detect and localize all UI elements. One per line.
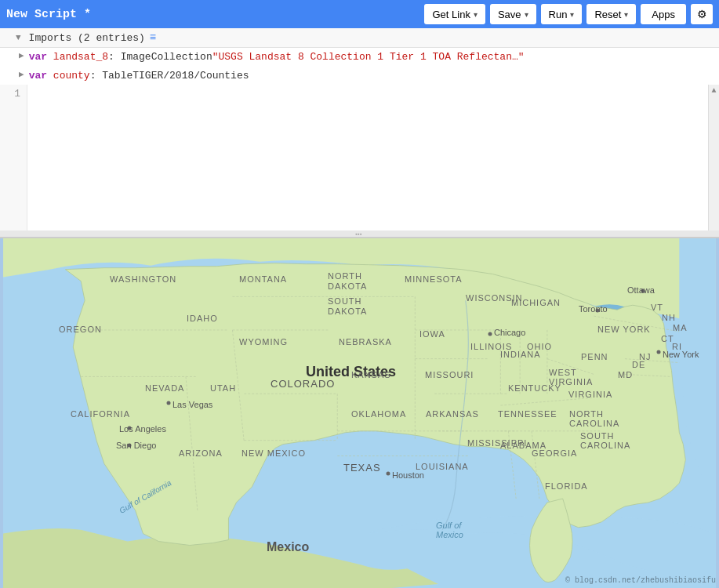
- map-svg: [0, 238, 719, 588]
- imports-label: Imports (2 entries): [29, 32, 145, 44]
- var-name-1: landsat_8: [53, 49, 108, 65]
- get-link-dropdown-arrow: ▾: [474, 10, 478, 19]
- var-value-1: "USGS Landsat 8 Collection 1 Tier 1 TOA …: [212, 49, 525, 65]
- line-numbers: 1: [0, 85, 27, 230]
- scroll-up-icon[interactable]: ▲: [711, 86, 716, 95]
- ottawa-dot: [641, 289, 645, 293]
- save-label: Save: [498, 9, 521, 20]
- save-dropdown-arrow: ▾: [525, 10, 528, 19]
- houston-dot: [387, 472, 390, 476]
- gear-icon: ⚙: [697, 8, 707, 20]
- expand-arrow-icon: ▶: [19, 49, 24, 65]
- newyork-dot: [657, 350, 661, 354]
- script-title: New Script *: [6, 8, 419, 21]
- get-link-label: Get Link: [432, 9, 470, 20]
- code-line-1: ▶ var landsat_8 : ImageCollection "USGS …: [0, 48, 719, 67]
- var-type-2: : Table: [90, 68, 133, 84]
- resize-handle[interactable]: [0, 230, 719, 237]
- run-button[interactable]: Run ▾: [541, 4, 583, 24]
- sandiego-dot: [128, 444, 132, 448]
- code-line-2: ▶ var county : Table TIGER/2018/Counties: [0, 67, 719, 85]
- keyword-var-1: var: [29, 49, 47, 65]
- reset-label: Reset: [594, 9, 621, 20]
- code-body[interactable]: 1 ▲: [0, 85, 719, 230]
- keyword-var-2: var: [29, 68, 47, 84]
- var-name-2: county: [53, 68, 90, 84]
- toronto-dot: [596, 309, 600, 313]
- reset-dropdown-arrow: ▾: [624, 10, 628, 19]
- code-editor: ▼ Imports (2 entries) ≡ ▶ var landsat_8 …: [0, 28, 719, 238]
- map-area[interactable]: United States WASHINGTON OREGON CALIFORN…: [0, 238, 719, 588]
- map-container: United States WASHINGTON OREGON CALIFORN…: [0, 238, 719, 588]
- run-dropdown-arrow: ▾: [570, 10, 574, 19]
- reset-button[interactable]: Reset ▾: [586, 4, 636, 24]
- var-value-2: TIGER/2018/Counties: [133, 68, 249, 84]
- watermark: © blog.csdn.net/zhebushibiaosifu: [565, 576, 716, 585]
- var-type-1: : ImageCollection: [108, 49, 212, 65]
- code-content[interactable]: [27, 85, 708, 230]
- losangeles-dot: [128, 426, 132, 430]
- lasvegas-dot: [167, 401, 171, 405]
- toolbar: New Script * Get Link ▾ Save ▾ Run ▾ Res…: [0, 0, 719, 28]
- run-label: Run: [549, 9, 568, 20]
- imports-bar[interactable]: ▼ Imports (2 entries) ≡: [0, 28, 719, 48]
- settings-button[interactable]: ⚙: [691, 4, 713, 24]
- collapse-arrow-icon: ▼: [16, 33, 21, 42]
- vertical-scrollbar[interactable]: ▲: [708, 85, 719, 230]
- save-button[interactable]: Save ▾: [490, 4, 536, 24]
- apps-button[interactable]: Apps: [641, 4, 686, 24]
- get-link-button[interactable]: Get Link ▾: [424, 4, 485, 24]
- expand-arrow-icon-2: ▶: [19, 68, 24, 84]
- doc-icon: ≡: [150, 31, 156, 44]
- chicago-dot: [488, 332, 492, 336]
- line-number-1: 1: [0, 88, 20, 100]
